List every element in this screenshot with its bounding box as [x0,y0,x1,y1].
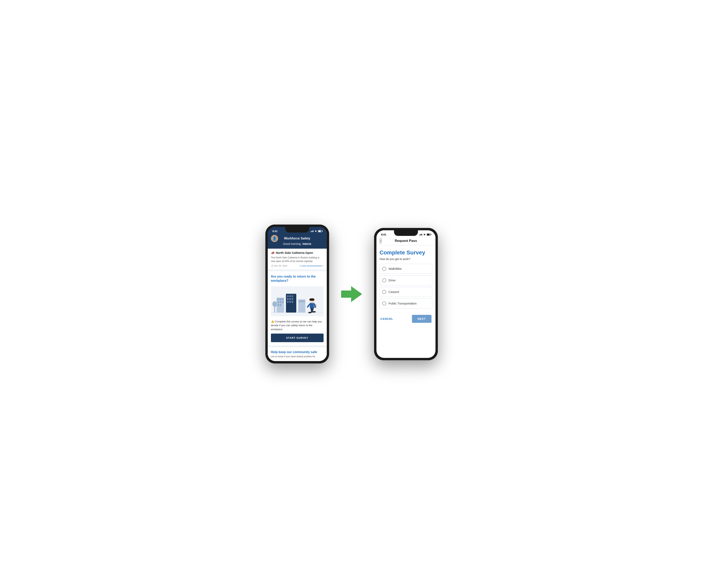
phone1-header-top: 👤 Workforce Safety [271,236,324,242]
survey-card: Are you ready to return to the workplace… [268,271,327,345]
svg-rect-9 [278,304,279,306]
greeting-name: Valerie [302,242,311,245]
status-icons-2: ⊛ [419,233,431,236]
clock-icon: 🕐 [271,265,274,267]
more-announcements-link[interactable]: 1 more announcement > [300,265,324,267]
svg-rect-24 [303,301,305,302]
phone-2-screen: 8:01 ⊛ ‹ Request Pass [376,230,436,358]
greeting-text: Good morning, [283,242,302,245]
option-walk-bike[interactable]: Walk/Bike [380,264,432,274]
battery-icon-1 [318,230,322,232]
svg-line-38 [314,304,315,307]
survey-description: 👍 Complete this survey so we can help yo… [271,320,324,331]
option-drive-label: Drive [389,278,396,282]
greeting: Good morning, Valerie [271,242,324,245]
complete-survey-title: Complete Survey [380,249,432,256]
wifi-icon-1: ⊛ [315,230,317,233]
phone2-header: ‹ Request Pass [376,237,436,245]
svg-point-35 [312,311,316,313]
svg-rect-19 [289,301,291,303]
option-carpool[interactable]: Carpool [380,287,432,297]
phone-1-screen: 8:01 ⊛ 👤 Workforce Safet [268,227,327,361]
signal-icon-2 [419,234,422,236]
status-icons-1: ⊛ [311,230,322,233]
announcement-title: 📣 North Side Cafeteria Open [271,251,324,255]
svg-rect-23 [301,301,302,302]
survey-illustration [271,285,324,317]
svg-point-26 [272,301,277,307]
announcement-date: 🕐 Dec 30, 2020 [271,265,288,267]
svg-rect-17 [292,298,293,300]
community-body: Let us know if you have tested positive … [271,355,324,358]
svg-rect-8 [282,301,284,303]
options-list: Walk/Bike Drive Carpool Public Transport… [380,264,432,309]
illustration-svg [271,285,324,317]
radio-public-transport [382,302,386,306]
survey-actions: CANCEL NEXT [380,315,432,323]
cancel-button[interactable]: CANCEL [380,315,393,322]
survey-screen: Complete Survey How do you get to work? … [376,245,436,327]
time-1: 8:01 [272,230,278,233]
phone-1: 8:01 ⊛ 👤 Workforce Safet [265,225,329,363]
svg-rect-10 [280,304,281,306]
radio-walk-bike [382,267,386,271]
avatar: 👤 [271,235,278,242]
phone-1-notch [285,227,309,233]
announcement-footer: 🕐 Dec 30, 2020 1 more announcement > [271,265,324,267]
svg-rect-20 [292,301,293,303]
svg-rect-12 [287,295,289,297]
option-public-transport-label: Public Transportation [389,302,417,305]
phone-2-notch [394,230,418,236]
svg-rect-13 [289,295,291,297]
next-button[interactable]: NEXT [412,315,431,323]
announcement-icon: 📣 [271,251,275,255]
arrow-head [351,286,362,302]
wifi-icon-2: ⊛ [423,233,425,236]
battery-icon-2 [427,234,431,236]
phone1-content: 📣 North Side Cafeteria Open The North Si… [268,249,327,361]
phone1-header: 👤 Workforce Safety Good morning, Valerie [268,234,327,249]
start-survey-button[interactable]: START SURVEY [271,334,324,342]
svg-rect-6 [278,301,279,303]
svg-rect-14 [292,295,293,297]
svg-rect-4 [280,298,281,300]
option-carpool-label: Carpool [389,290,399,293]
svg-rect-16 [289,298,291,300]
survey-question: Are you ready to return to the workplace… [271,274,324,283]
option-walk-bike-label: Walk/Bike [389,267,402,270]
svg-rect-29 [310,303,314,308]
svg-rect-15 [287,298,289,300]
arrow-container [341,286,362,302]
arrow-body [341,290,351,298]
time-2: 8:01 [381,233,386,236]
back-button[interactable]: ‹ [380,238,382,243]
green-arrow-wrapper [341,286,362,302]
announcement-title-text: North Side Cafeteria Open [276,251,313,254]
radio-drive [382,278,386,282]
svg-rect-36 [309,298,314,301]
svg-rect-7 [280,301,281,303]
community-section: Help keep our community safe Let us know… [268,347,327,361]
announcement-card: 📣 North Side Cafeteria Open The North Si… [268,249,327,270]
svg-rect-28 [310,301,314,303]
option-drive[interactable]: Drive [380,275,432,285]
announcement-body: The North Side Cafeteria in Reston build… [271,256,324,263]
scene: 8:01 ⊛ 👤 Workforce Safet [265,225,438,363]
radio-carpool [382,290,386,294]
svg-rect-5 [282,298,284,300]
svg-point-34 [308,312,311,313]
svg-rect-3 [278,298,279,300]
how-question: How do you get to work? [380,257,432,261]
option-public-transport[interactable]: Public Transportation [380,299,432,309]
community-title: Help keep our community safe [271,350,324,354]
svg-rect-18 [287,301,289,303]
svg-rect-22 [299,301,300,302]
phone2-header-title: Request Pass [395,239,417,243]
header-title: Workforce Safety [284,237,310,240]
signal-icon-1 [311,230,313,232]
phone-2: 8:01 ⊛ ‹ Request Pass [374,228,438,360]
